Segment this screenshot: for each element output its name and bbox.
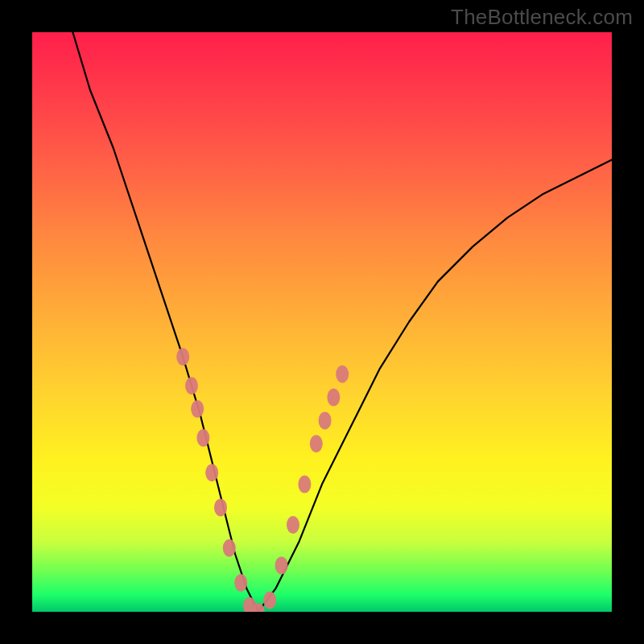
chart-svg (32, 32, 612, 612)
svg-point-4 (205, 464, 218, 481)
svg-point-10 (263, 592, 276, 609)
svg-point-13 (298, 476, 311, 493)
svg-point-2 (191, 400, 204, 418)
svg-point-15 (319, 411, 332, 429)
svg-point-14 (310, 435, 323, 452)
svg-point-7 (234, 574, 247, 592)
bottleneck-curve (72, 32, 612, 612)
svg-point-12 (287, 516, 299, 534)
svg-point-17 (336, 365, 349, 383)
highlight-points (176, 348, 349, 612)
svg-point-3 (196, 429, 209, 447)
svg-point-11 (275, 556, 288, 574)
svg-point-6 (223, 539, 236, 557)
svg-point-16 (327, 389, 340, 407)
svg-point-1 (185, 377, 198, 394)
plot-area (32, 32, 612, 612)
watermark-text: TheBottleneck.com (451, 5, 633, 30)
svg-point-5 (214, 498, 227, 516)
chart-frame: TheBottleneck.com (0, 0, 644, 644)
svg-point-0 (176, 348, 189, 365)
